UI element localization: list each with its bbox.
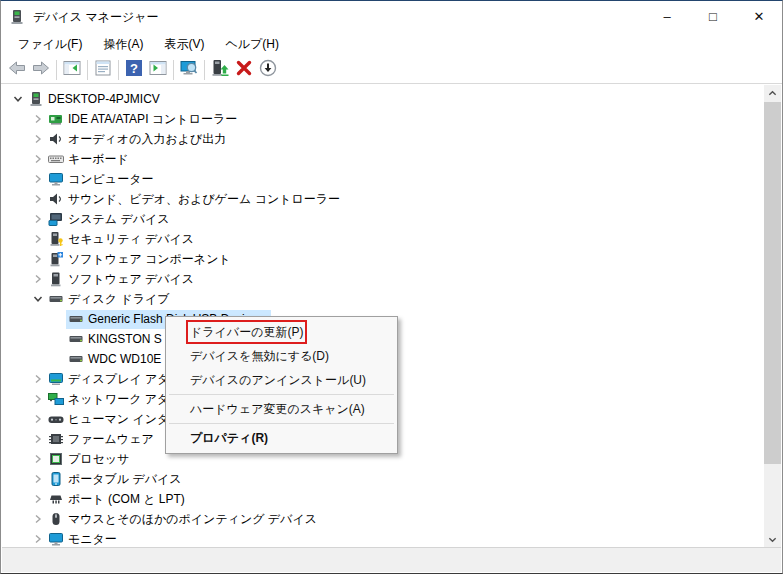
forward-arrow-button[interactable] bbox=[29, 58, 53, 82]
monitor-icon bbox=[48, 171, 64, 187]
chevron-collapsed-icon[interactable] bbox=[30, 451, 46, 467]
vertical-scrollbar[interactable] bbox=[764, 85, 781, 548]
chevron-collapsed-icon[interactable] bbox=[30, 431, 46, 447]
uninstall-device-button[interactable] bbox=[232, 58, 256, 82]
display-adapter-icon bbox=[48, 371, 64, 387]
chevron-collapsed-icon[interactable] bbox=[30, 411, 46, 427]
chevron-collapsed-icon[interactable] bbox=[30, 391, 46, 407]
chevron-collapsed-icon[interactable] bbox=[30, 251, 46, 267]
mouse-icon bbox=[48, 511, 64, 527]
software-device-icon bbox=[48, 271, 64, 287]
disk-drive-icon bbox=[68, 351, 84, 367]
chevron-collapsed-icon[interactable] bbox=[30, 171, 46, 187]
computer-icon bbox=[28, 91, 44, 107]
tree-item[interactable]: DESKTOP-4PJMICV bbox=[2, 89, 764, 109]
disk-drive-icon bbox=[68, 311, 84, 327]
tree-item[interactable]: IDE ATA/ATAPI コントローラー bbox=[2, 109, 764, 129]
tree-item[interactable]: キーボード bbox=[2, 149, 764, 169]
chevron-collapsed-icon[interactable] bbox=[30, 471, 46, 487]
tree-item[interactable]: ポータブル デバイス bbox=[2, 469, 764, 489]
tree-item[interactable]: ディスク ドライブ bbox=[2, 289, 764, 309]
close-button[interactable]: ✕ bbox=[736, 1, 782, 32]
toolbar: ? bbox=[1, 56, 782, 84]
tree-item-label: ソフトウェア コンポーネント bbox=[67, 250, 237, 269]
chevron-spacer bbox=[50, 311, 66, 327]
menu-file[interactable]: ファイル(F) bbox=[9, 33, 91, 56]
chevron-collapsed-icon[interactable] bbox=[30, 131, 46, 147]
tree-item[interactable]: ソフトウェア コンポーネント bbox=[2, 249, 764, 269]
chevron-spacer bbox=[50, 331, 66, 347]
chevron-expanded-icon[interactable] bbox=[10, 91, 26, 107]
menu-action[interactable]: 操作(A) bbox=[94, 33, 152, 56]
portable-device-icon bbox=[48, 471, 64, 487]
monitor-icon bbox=[48, 531, 64, 547]
tree-item[interactable]: オーディオの入力および出力 bbox=[2, 129, 764, 149]
context-menu-item[interactable]: ハードウェア変更のスキャン(A) bbox=[166, 397, 397, 421]
tree-item-label: システム デバイス bbox=[67, 210, 176, 229]
network-adapter-icon bbox=[48, 391, 64, 407]
scan-hardware-changes-button[interactable] bbox=[177, 58, 201, 82]
help-button[interactable]: ? bbox=[122, 58, 146, 82]
chevron-expanded-icon[interactable] bbox=[30, 291, 46, 307]
speaker-icon bbox=[48, 131, 64, 147]
context-menu-item[interactable]: ドライバーの更新(P) bbox=[166, 320, 397, 344]
toolbar-separator bbox=[173, 60, 174, 80]
update-driver-button[interactable] bbox=[208, 58, 232, 82]
tree-item-label: モニター bbox=[67, 530, 123, 549]
disk-drive-icon bbox=[68, 331, 84, 347]
scan-hardware-changes-icon bbox=[179, 58, 199, 81]
toolbar-separator bbox=[118, 60, 119, 80]
scroll-up-button[interactable] bbox=[764, 85, 781, 102]
tree-item[interactable]: セキュリティ デバイス bbox=[2, 229, 764, 249]
tree-item[interactable]: コンピューター bbox=[2, 169, 764, 189]
scroll-down-button[interactable] bbox=[764, 531, 781, 548]
menu-bar: ファイル(F)操作(A)表示(V)ヘルプ(H) bbox=[1, 32, 782, 56]
maximize-button[interactable]: □ bbox=[690, 1, 736, 32]
back-arrow-button[interactable] bbox=[5, 58, 29, 82]
tree-item[interactable]: ソフトウェア デバイス bbox=[2, 269, 764, 289]
toolbar-separator bbox=[204, 60, 205, 80]
menu-help[interactable]: ヘルプ(H) bbox=[216, 33, 288, 56]
disable-device-button[interactable] bbox=[256, 58, 280, 82]
minimize-button[interactable]: – bbox=[644, 1, 690, 32]
scrollbar-thumb[interactable] bbox=[764, 102, 781, 464]
port-icon bbox=[48, 491, 64, 507]
show-action-pane-button[interactable] bbox=[146, 58, 170, 82]
tree-item[interactable]: ポート (COM と LPT) bbox=[2, 489, 764, 509]
help-icon: ? bbox=[124, 58, 144, 81]
svg-text:?: ? bbox=[130, 61, 138, 76]
chevron-collapsed-icon[interactable] bbox=[30, 491, 46, 507]
show-console-tree-icon bbox=[62, 58, 82, 81]
context-menu-item[interactable]: デバイスのアンインストール(U) bbox=[166, 368, 397, 392]
chevron-collapsed-icon[interactable] bbox=[30, 111, 46, 127]
tree-item[interactable]: モニター bbox=[2, 529, 764, 548]
tree-item-label: DESKTOP-4PJMICV bbox=[47, 90, 166, 109]
chevron-collapsed-icon[interactable] bbox=[30, 271, 46, 287]
menu-view[interactable]: 表示(V) bbox=[155, 33, 213, 56]
tree-item-label: ポータブル デバイス bbox=[67, 470, 188, 489]
forward-arrow-icon bbox=[31, 58, 51, 81]
show-console-tree-button[interactable] bbox=[60, 58, 84, 82]
chevron-collapsed-icon[interactable] bbox=[30, 231, 46, 247]
tree-item-label: ディスク ドライブ bbox=[67, 290, 176, 309]
tree-item[interactable]: システム デバイス bbox=[2, 209, 764, 229]
toolbar-separator bbox=[87, 60, 88, 80]
context-menu-item[interactable]: デバイスを無効にする(D) bbox=[166, 344, 397, 368]
uninstall-device-icon bbox=[234, 58, 254, 81]
chevron-collapsed-icon[interactable] bbox=[30, 191, 46, 207]
tree-item[interactable]: マウスとそのほかのポインティング デバイス bbox=[2, 509, 764, 529]
chevron-collapsed-icon[interactable] bbox=[30, 531, 46, 547]
chevron-collapsed-icon[interactable] bbox=[30, 211, 46, 227]
chevron-collapsed-icon[interactable] bbox=[30, 511, 46, 527]
status-bar bbox=[2, 547, 781, 572]
chevron-collapsed-icon[interactable] bbox=[30, 371, 46, 387]
chevron-collapsed-icon[interactable] bbox=[30, 151, 46, 167]
properties-button[interactable] bbox=[91, 58, 115, 82]
speaker-icon bbox=[48, 191, 64, 207]
tree-item[interactable]: サウンド、ビデオ、およびゲーム コントローラー bbox=[2, 189, 764, 209]
device-manager-icon bbox=[9, 9, 25, 25]
security-device-icon bbox=[48, 231, 64, 247]
context-menu-item[interactable]: プロパティ(R) bbox=[166, 426, 397, 450]
tree-item-label: WDC WD10E bbox=[87, 350, 167, 369]
show-action-pane-icon bbox=[148, 58, 168, 81]
